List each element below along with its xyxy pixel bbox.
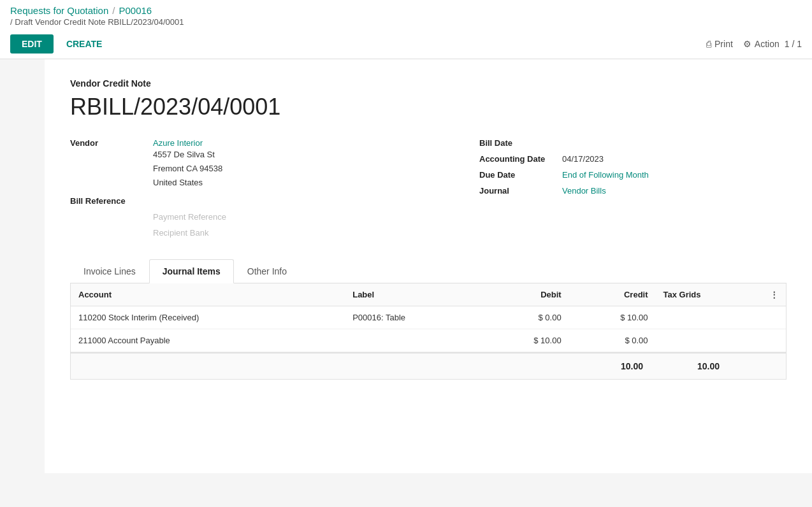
col-menu-button[interactable]: ⋮	[762, 283, 786, 306]
totals-row: 10.00 10.00	[71, 352, 786, 379]
recipient-bank-row: Recipient Bank	[70, 228, 428, 238]
vendor-value-block: Azure Interior 4557 De Silva St Fremont …	[153, 138, 222, 190]
bill-date-row: Bill Date	[479, 138, 787, 148]
print-icon	[706, 39, 711, 49]
doc-number: RBILL/2023/04/0001	[70, 94, 787, 120]
journal-value[interactable]: Vendor Bills	[562, 186, 606, 196]
due-date-value[interactable]: End of Following Month	[562, 170, 649, 180]
action-label: Action	[755, 39, 779, 49]
main-content: Vendor Credit Note RBILL/2023/04/0001 Ve…	[45, 59, 812, 473]
table-header-row: Account Label Debit Credit Tax Grids ⋮	[71, 283, 786, 306]
tab-invoice-lines[interactable]: Invoice Lines	[70, 259, 149, 283]
vendor-addr2: Fremont CA 94538	[153, 162, 222, 176]
bill-date-label: Bill Date	[479, 138, 562, 148]
journal-items-table-container: Account Label Debit Credit Tax Grids ⋮ 1…	[70, 283, 787, 380]
sub-breadcrumb-label: Draft Vendor Credit Note RBILL/2023/04/0…	[15, 17, 184, 27]
journal-row: Journal Vendor Bills	[479, 186, 787, 196]
toolbar: EDIT CREATE Print Action 1 / 1	[10, 29, 802, 59]
cell-credit: $ 10.00	[569, 306, 656, 329]
total-debit: 10.00	[574, 361, 651, 371]
print-label: Print	[714, 39, 733, 49]
cell-account: 211000 Account Payable	[71, 329, 345, 352]
accounting-date-value[interactable]: 04/17/2023	[562, 154, 604, 164]
accounting-date-label: Accounting Date	[479, 154, 562, 164]
journal-items-table: Account Label Debit Credit Tax Grids ⋮ 1…	[71, 283, 786, 352]
table-body: 110200 Stock Interim (Received) P00016: …	[71, 306, 786, 352]
gear-icon	[743, 39, 751, 49]
table-row: 110200 Stock Interim (Received) P00016: …	[71, 306, 786, 329]
print-button[interactable]: Print	[706, 39, 733, 49]
top-bar: Requests for Quotation / P00016 / Draft …	[0, 0, 812, 59]
total-credit: 10.00	[651, 361, 727, 371]
vendor-name[interactable]: Azure Interior	[153, 138, 222, 148]
col-header-tax-grids: Tax Grids	[656, 283, 762, 306]
edit-button[interactable]: EDIT	[10, 34, 54, 54]
due-date-label: Due Date	[479, 170, 562, 180]
payment-reference-row: Payment Reference	[70, 212, 428, 222]
cell-label: P00016: Table	[345, 306, 482, 329]
cell-debit: $ 10.00	[482, 329, 569, 352]
cell-account: 110200 Stock Interim (Received)	[71, 306, 345, 329]
sub-breadcrumb: / Draft Vendor Credit Note RBILL/2023/04…	[10, 17, 802, 27]
doc-type-label: Vendor Credit Note	[70, 78, 787, 89]
toolbar-actions: Print Action	[706, 39, 779, 49]
col-header-label: Label	[345, 283, 482, 306]
cell-debit: $ 0.00	[482, 306, 569, 329]
table-row: 211000 Account Payable $ 10.00 $ 0.00	[71, 329, 786, 352]
tab-other-info[interactable]: Other Info	[234, 259, 300, 283]
bill-reference-label: Bill Reference	[70, 196, 153, 206]
breadcrumb-parent[interactable]: Requests for Quotation	[10, 5, 108, 16]
vendor-addr1: 4557 De Silva St	[153, 148, 222, 162]
fields-grid: Vendor Azure Interior 4557 De Silva St F…	[70, 138, 787, 244]
page-counter: 1 / 1	[785, 39, 802, 49]
create-button[interactable]: CREATE	[59, 34, 110, 54]
payment-reference-input[interactable]: Payment Reference	[153, 212, 226, 222]
cell-tax-grids	[656, 329, 762, 352]
action-button[interactable]: Action	[743, 39, 779, 49]
tabs: Invoice Lines Journal Items Other Info	[70, 259, 787, 283]
accounting-date-row: Accounting Date 04/17/2023	[479, 154, 787, 164]
vendor-label: Vendor	[70, 138, 153, 148]
vendor-address: 4557 De Silva St Fremont CA 94538 United…	[153, 148, 222, 190]
breadcrumb-id[interactable]: P00016	[119, 5, 152, 16]
tabs-container: Invoice Lines Journal Items Other Info	[70, 259, 787, 283]
due-date-row: Due Date End of Following Month	[479, 170, 787, 180]
row-menu	[762, 306, 786, 329]
breadcrumb-sep1: /	[112, 5, 115, 16]
col-header-account: Account	[71, 283, 345, 306]
tab-journal-items[interactable]: Journal Items	[149, 259, 234, 283]
row-menu	[762, 329, 786, 352]
cell-label	[345, 329, 482, 352]
col-header-debit: Debit	[482, 283, 569, 306]
recipient-bank-input[interactable]: Recipient Bank	[153, 228, 208, 238]
cell-tax-grids	[656, 306, 762, 329]
vendor-field-row: Vendor Azure Interior 4557 De Silva St F…	[70, 138, 428, 190]
left-fields: Vendor Azure Interior 4557 De Silva St F…	[70, 138, 428, 244]
col-header-credit: Credit	[569, 283, 656, 306]
bill-reference-row: Bill Reference	[70, 196, 428, 206]
right-fields: Bill Date Accounting Date 04/17/2023 Due…	[428, 138, 787, 244]
breadcrumb: Requests for Quotation / P00016	[10, 5, 802, 16]
cell-credit: $ 0.00	[569, 329, 656, 352]
journal-label: Journal	[479, 186, 562, 196]
vendor-addr3: United States	[153, 176, 222, 190]
